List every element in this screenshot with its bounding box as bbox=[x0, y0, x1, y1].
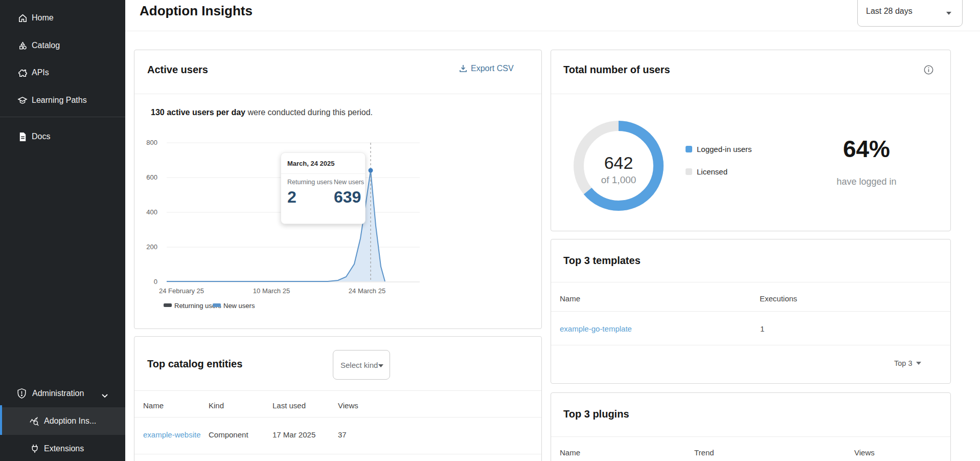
card-header-divider bbox=[134, 390, 541, 391]
sidebar-item-label: Catalog bbox=[32, 41, 60, 50]
card-title: Top 3 templates bbox=[563, 255, 641, 267]
donut-center-sub: of 1,000 bbox=[601, 174, 636, 185]
date-range-value: Last 28 days bbox=[858, 7, 913, 16]
sidebar-item-label: Docs bbox=[32, 132, 50, 141]
sidebar-item-label: APIs bbox=[32, 68, 49, 77]
top-n-label: Top 3 bbox=[894, 359, 912, 367]
card-header-divider bbox=[551, 94, 950, 94]
row-divider bbox=[551, 345, 950, 345]
summary-bold: 130 active users per day bbox=[151, 108, 245, 117]
column-header-name: Name bbox=[143, 401, 164, 410]
sidebar-divider bbox=[0, 117, 125, 117]
catalog-icon bbox=[17, 40, 28, 51]
card-header-divider bbox=[551, 436, 950, 437]
card-title: Active users bbox=[147, 64, 208, 76]
y-tick: 600 bbox=[146, 173, 157, 181]
column-header-name: Name bbox=[560, 448, 580, 457]
caret-down-icon bbox=[378, 364, 383, 367]
page-title: Adoption Insights bbox=[140, 3, 253, 19]
entity-link[interactable]: example-website bbox=[143, 430, 201, 439]
sidebar-item-label: Administration bbox=[32, 389, 84, 398]
y-tick: 200 bbox=[146, 243, 157, 251]
column-header-trend: Trend bbox=[694, 448, 714, 457]
y-tick: 0 bbox=[154, 278, 157, 286]
percent-logged-in-sub: have logged in bbox=[818, 177, 915, 187]
shield-exclamation-icon bbox=[16, 388, 27, 399]
export-csv-button[interactable]: Export CSV bbox=[459, 64, 514, 73]
docs-icon bbox=[17, 131, 28, 142]
legend-swatch-new bbox=[213, 303, 221, 307]
top-plugins-card: Top 3 plugins Name Trend Views bbox=[551, 392, 951, 461]
column-header-last-used: Last used bbox=[272, 401, 306, 410]
caret-down-icon bbox=[946, 12, 951, 15]
sidebar-item-apis[interactable]: APIs bbox=[0, 59, 125, 86]
data-point-dot bbox=[369, 168, 373, 173]
caret-down-icon bbox=[916, 362, 921, 365]
template-executions: 1 bbox=[760, 324, 764, 333]
sidebar-item-administration[interactable]: Administration bbox=[0, 380, 125, 407]
download-icon bbox=[459, 64, 467, 73]
legend-swatch-licensed bbox=[686, 168, 692, 175]
adoption-insights-icon bbox=[30, 416, 40, 426]
tooltip-divider bbox=[281, 173, 365, 174]
sidebar-item-extensions[interactable]: Extensions bbox=[0, 435, 125, 461]
legend-swatch-logged-in bbox=[686, 146, 692, 152]
legend-label: New users bbox=[223, 302, 255, 310]
donut-center-value: 642 bbox=[604, 153, 633, 172]
x-tick: 24 March 25 bbox=[349, 287, 385, 295]
column-header-views: Views bbox=[854, 448, 875, 457]
sidebar-item-docs[interactable]: Docs bbox=[0, 123, 125, 150]
sidebar-item-label: Learning Paths bbox=[32, 96, 87, 105]
y-tick: 800 bbox=[146, 139, 157, 146]
sidebar-item-label: Adoption Ins... bbox=[44, 416, 96, 426]
x-tick: 10 March 25 bbox=[253, 287, 290, 295]
plug-icon bbox=[30, 444, 40, 454]
sidebar-item-adoption-insights[interactable]: Adoption Ins... bbox=[0, 407, 125, 435]
percent-logged-in: 64% bbox=[818, 135, 915, 163]
date-range-select[interactable]: Last 28 days bbox=[857, 0, 963, 27]
tooltip-value-new: 639 bbox=[334, 188, 361, 207]
chevron-down-icon bbox=[101, 391, 108, 400]
entity-last-used: 17 Mar 2025 bbox=[272, 430, 315, 439]
home-icon bbox=[17, 13, 28, 23]
y-tick: 400 bbox=[146, 208, 157, 216]
card-title: Top 3 plugins bbox=[563, 408, 629, 420]
tooltip-label-returning: Returning users bbox=[287, 179, 332, 186]
header-divider bbox=[125, 31, 980, 31]
row-divider bbox=[134, 454, 541, 454]
card-header-divider bbox=[551, 282, 950, 282]
kind-select-value: Select kind bbox=[333, 361, 378, 369]
entity-views: 37 bbox=[338, 430, 347, 439]
top-n-select[interactable]: Top 3 bbox=[894, 359, 921, 367]
active-item-indicator bbox=[0, 405, 2, 435]
column-header-kind: Kind bbox=[209, 401, 224, 410]
legend-label: Licensed bbox=[697, 167, 727, 176]
sidebar-item-home[interactable]: Home bbox=[0, 4, 125, 32]
top-templates-card: Top 3 templates Name Executions example-… bbox=[551, 239, 951, 384]
sidebar-item-learning-paths[interactable]: Learning Paths bbox=[0, 86, 125, 114]
learning-paths-icon bbox=[17, 95, 28, 105]
column-header-views: Views bbox=[338, 401, 358, 410]
tooltip-date: March, 24 2025 bbox=[287, 160, 335, 167]
entity-kind: Component bbox=[209, 430, 248, 439]
template-link[interactable]: example-go-template bbox=[560, 324, 632, 333]
column-header-name: Name bbox=[560, 294, 580, 303]
summary-rest: were conducted during this period. bbox=[245, 108, 373, 117]
active-users-summary: 130 active users per day were conducted … bbox=[151, 108, 373, 117]
card-title: Top catalog entities bbox=[147, 358, 242, 370]
sidebar: Home Catalog APIs Learning Paths Docs Ad… bbox=[0, 0, 125, 461]
kind-select[interactable]: Select kind bbox=[333, 350, 390, 380]
column-header-executions: Executions bbox=[760, 294, 797, 303]
info-icon[interactable] bbox=[924, 65, 933, 77]
card-header-divider bbox=[134, 94, 541, 94]
api-icon bbox=[17, 68, 28, 78]
tooltip-value-returning: 2 bbox=[287, 188, 297, 207]
sidebar-item-catalog[interactable]: Catalog bbox=[0, 32, 125, 59]
chart-tooltip: March, 24 2025 Returning users New users… bbox=[281, 152, 366, 224]
users-donut-chart: 642 of 1,000 bbox=[571, 118, 668, 215]
row-divider bbox=[134, 417, 541, 418]
row-divider bbox=[551, 311, 950, 312]
top-catalog-entities-card: Top catalog entities Select kind Name Ki… bbox=[134, 336, 542, 461]
tooltip-label-new: New users bbox=[334, 179, 364, 186]
export-csv-label: Export CSV bbox=[471, 64, 514, 73]
